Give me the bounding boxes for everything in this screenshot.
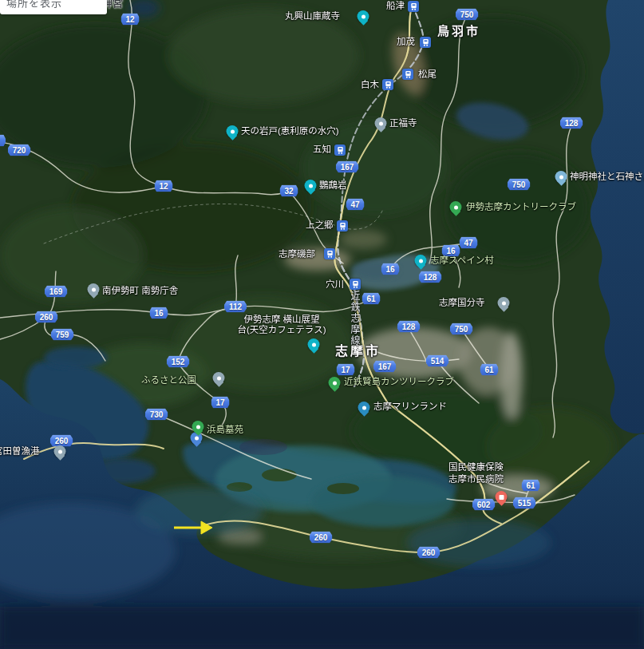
annotation-arrow [0,0,644,649]
show-location-button[interactable]: 場所を表示 [0,0,107,14]
show-location-label: 場所を表示 [6,0,107,10]
map-canvas[interactable]: 12 750 720 12 167 32 47 128 750 47 16 16… [0,0,644,649]
